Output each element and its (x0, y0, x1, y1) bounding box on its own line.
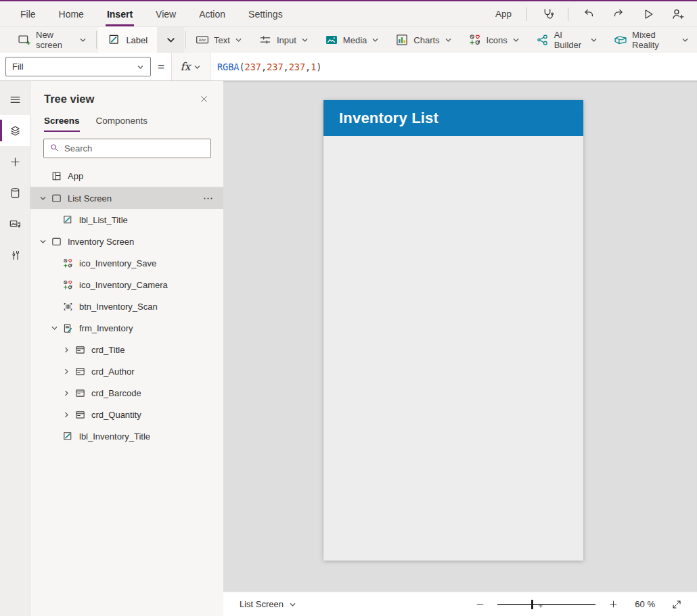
label-pencil-icon (62, 430, 74, 442)
ribbon-media-button[interactable]: Media (317, 27, 387, 53)
zoom-percent-label: 60 % (631, 599, 655, 609)
preview-app-button[interactable] (639, 5, 658, 24)
tree-item-app[interactable]: App (30, 166, 223, 187)
tab-screens[interactable]: Screens (44, 116, 80, 132)
icons-grid-icon (62, 257, 74, 269)
card-icon (74, 408, 86, 421)
icons-grid-icon (468, 33, 482, 47)
phone-canvas[interactable]: Inventory List (323, 100, 583, 561)
more-actions-button[interactable] (202, 187, 214, 209)
chevron-down-icon[interactable] (37, 236, 48, 247)
status-bar: List Screen 60 % (223, 592, 697, 616)
tree-item-inventory-screen[interactable]: Inventory Screen (30, 231, 223, 252)
chevron-down-icon (166, 35, 176, 45)
left-rail (0, 81, 30, 616)
rail-tree-view-button[interactable] (0, 115, 30, 146)
menu-insert[interactable]: Insert (106, 1, 134, 26)
chevron-spacer (49, 301, 60, 312)
chevron-down-icon (372, 37, 379, 44)
formula-token-number: 237 (289, 62, 305, 72)
undo-button[interactable] (579, 5, 598, 24)
tab-components[interactable]: Components (96, 116, 148, 132)
ribbon-new-screen-button[interactable]: New screen (9, 27, 95, 53)
tree-item-ico-inventory-camera[interactable]: ico_Inventory_Camera (30, 274, 223, 295)
menu-items: FileHomeInsertViewActionSettings (19, 1, 305, 26)
menu-home[interactable]: Home (58, 1, 85, 26)
formula-input[interactable]: RGBA(237,237,237,1) (210, 62, 697, 72)
chevron-spacer (37, 171, 48, 182)
expand-canvas-button[interactable] (669, 596, 685, 613)
formula-token-comma: , (305, 62, 311, 72)
ribbon-charts-button[interactable]: Charts (387, 27, 459, 53)
formula-token-paren: ( (239, 62, 244, 72)
tree-item-crd-barcode[interactable]: crd_Barcode (30, 382, 223, 404)
app-menu-label[interactable]: App (491, 9, 516, 19)
tree-item-frm-inventory[interactable]: frm_Inventory (30, 317, 223, 339)
ribbon-button-label: Mixed Reality (632, 30, 677, 50)
insert-ribbon: New screenLabelAbcTextInputMediaChartsIc… (0, 27, 697, 53)
chevron-right-icon[interactable] (61, 366, 72, 377)
rail-data-button[interactable] (0, 177, 30, 208)
app-checker-button[interactable] (538, 5, 557, 24)
charts-icon (395, 33, 409, 47)
ribbon-icons-button[interactable]: Icons (460, 27, 528, 53)
screen-selector-dropdown[interactable]: List Screen (234, 599, 296, 609)
chevron-right-icon[interactable] (61, 387, 72, 398)
tree-item-label: App (68, 171, 83, 181)
rail-insert-button[interactable] (0, 146, 30, 177)
ribbon-label-button[interactable]: Label (98, 27, 157, 53)
screen-title-bar[interactable]: Inventory List (323, 100, 583, 136)
rail-advanced-tools-button[interactable] (0, 239, 30, 270)
menu-view[interactable]: View (154, 1, 177, 26)
card-icon (74, 387, 86, 399)
play-icon (642, 7, 655, 21)
rail-media-button[interactable] (0, 208, 30, 239)
tree-item-crd-quantity[interactable]: crd_Quantity (30, 404, 223, 425)
tree-item-label: List Screen (68, 193, 112, 204)
zoom-slider[interactable] (497, 599, 595, 610)
ribbon-text-button[interactable]: AbcText (187, 27, 250, 53)
tree-item-crd-title[interactable]: crd_Title (30, 339, 223, 360)
menu-settings[interactable]: Settings (247, 1, 284, 26)
ribbon-ai-builder-button[interactable]: AI Builder (528, 27, 606, 53)
zoom-in-button[interactable] (606, 597, 621, 612)
tree-item-lbl-list-title[interactable]: lbl_List_Title (30, 209, 223, 231)
rail-menu-button[interactable] (0, 84, 30, 115)
chevron-right-icon[interactable] (61, 344, 72, 355)
ribbon-button-label: New screen (36, 30, 74, 50)
close-icon (200, 95, 208, 103)
redo-icon (612, 7, 625, 21)
tree-item-btn-inventory-scan[interactable]: btn_Inventory_Scan (30, 295, 223, 317)
chevron-down-icon[interactable] (37, 193, 48, 204)
zoom-slider-handle[interactable] (531, 600, 533, 609)
tree-item-list-screen[interactable]: List Screen (30, 187, 223, 209)
menu-file[interactable]: File (19, 1, 37, 26)
redo-button[interactable] (609, 5, 628, 24)
chevron-down-icon[interactable] (49, 323, 60, 333)
ribbon-input-button[interactable]: Input (250, 27, 317, 53)
screen-icon (50, 235, 62, 247)
label-pencil-icon (108, 33, 121, 47)
ribbon-label-dropdown[interactable] (157, 27, 184, 53)
property-selector[interactable]: Fill (5, 57, 151, 76)
search-icon (49, 143, 60, 155)
chevron-down-icon (590, 37, 598, 44)
menu-action[interactable]: Action (198, 1, 227, 26)
fx-dropdown[interactable]: fx (171, 53, 210, 80)
close-panel-button[interactable] (195, 90, 212, 108)
search-input[interactable] (64, 143, 205, 153)
chevron-down-icon (681, 37, 689, 44)
fx-label: fx (180, 60, 190, 73)
chevron-right-icon[interactable] (61, 409, 72, 420)
tools-icon (9, 249, 22, 262)
tree-item-crd-author[interactable]: crd_Author (30, 360, 223, 382)
tree-item-ico-inventory-save[interactable]: ico_Inventory_Save (30, 252, 223, 274)
tree-item-lbl-inventory-title[interactable]: lbl_Inventory_Title (30, 425, 223, 447)
media-image-icon (325, 33, 338, 47)
search-icon (49, 143, 60, 153)
chevron-spacer (49, 279, 60, 290)
share-app-button[interactable] (669, 5, 688, 24)
zoom-out-button[interactable] (472, 597, 487, 612)
ribbon-mixed-reality-button[interactable]: Mixed Reality (606, 27, 697, 53)
formula-token-comma: , (261, 62, 267, 72)
